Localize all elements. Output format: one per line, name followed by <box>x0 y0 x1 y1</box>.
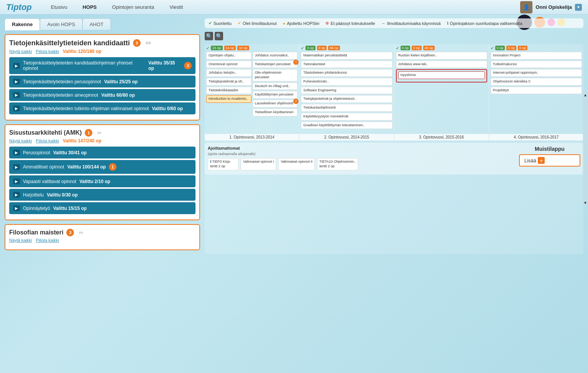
course-tietoj-ohjelmisto[interactable]: Tietojärjestelmät ja ohjelmistotuot.. <box>301 95 392 103</box>
unscheduled-tieta10[interactable]: TIETA10 Ohjelmoinnin..tentti 2 op <box>317 158 358 170</box>
degree-title-text-1: Tietojenkäsittelytieteiden kandidaatti <box>9 39 130 47</box>
legend-failed: ⊗ Et päässyt toteutukselle <box>325 21 375 26</box>
course-tieteellinen[interactable]: Tieteellinen kirjoittaminen <box>253 109 298 116</box>
course-internet-pohj[interactable]: Internet-pohjaiset oppimisym.. <box>491 69 582 77</box>
module-badge-1-0: 3 <box>184 62 192 69</box>
y1-credits-orange2: 32 op <box>237 46 249 50</box>
course-johdatus-vuoro[interactable]: Johdatus vuorovaikut.. <box>253 52 298 59</box>
course-kaytettavyys[interactable]: Käytettävyystyön menetelmät <box>301 113 392 120</box>
course-ohj-tekniikka[interactable]: Ohjelmoinnin tekniikka C <box>491 78 582 86</box>
module-row-1-3: ▶ Tietojenkäsittelytieteiden tutkinto-oh… <box>9 102 195 114</box>
course-johdatus-www[interactable]: Johdatus www-tek.. <box>396 61 487 68</box>
y1-check-icon: ✔ <box>206 46 209 50</box>
expand-arrow-2-4[interactable]: ▶ <box>13 205 20 211</box>
scroll-up-icon[interactable]: ▲ <box>583 93 587 97</box>
expand-arrow-2-2[interactable]: ▶ <box>13 178 20 184</box>
course-opintojen-ohjatu[interactable]: Opintojen ohjatu.. <box>206 52 251 59</box>
course-isyysloma[interactable]: Isyysloma <box>398 71 485 79</box>
legend-completed: ✔ Suoritettu <box>209 21 232 26</box>
degree-card-amk: Sisustusarkkitehti (AMK) 1 ⇔ Näytä kaikk… <box>5 124 200 220</box>
course-badge-lk: 2 <box>293 99 299 104</box>
module-name-1-3: Tietojenkäsittelytieteiden tutkinto-ohje… <box>23 106 149 111</box>
memo-title: Muistilappu <box>519 146 580 152</box>
expand-arrow-1-3[interactable]: ▶ <box>13 106 20 111</box>
memo-add-button[interactable]: Lisää + <box>519 154 580 167</box>
module-row-2-0: ▶ Perusopinnot Valittu 30/41 op <box>9 147 195 158</box>
hide-all-2[interactable]: Piilota kaikki <box>36 139 59 143</box>
user-dropdown-button[interactable]: ▼ <box>575 4 582 11</box>
show-all-2[interactable]: Näytä kaikki <box>9 139 32 143</box>
main-content: Rakenne Avoin HOPS AHOT Tietojenkäsittel… <box>0 15 588 258</box>
nav-items: Etusivu HOPS Opintojen seuranta Viestit <box>43 1 521 13</box>
expand-arrow-2-3[interactable]: ▶ <box>13 192 20 198</box>
course-olio[interactable]: Olio-ohjelmoinnin perusteet <box>253 69 298 81</box>
course-kayttol[interactable]: Käyttöliittymien perusteet <box>253 91 298 99</box>
course-innovation[interactable]: Innovation Project <box>491 52 582 59</box>
show-all-1[interactable]: Näytä kaikki <box>9 49 32 54</box>
course-tietojarjestelmat[interactable]: Tietojärjestelmät ja oh.. <box>206 78 251 86</box>
legend-hops-text: Ajoitettu HOPSiin <box>287 21 319 26</box>
course-ruotsi[interactable]: Ruotsin kielen kirjallinen.. <box>396 52 487 59</box>
course-deutsch[interactable]: Deutsch im Alltag und.. <box>253 83 298 90</box>
module-name-2-4: Opinnäytetyö <box>23 206 50 211</box>
user-name: Onni Opiskelija <box>535 4 572 10</box>
module-row-2-1: ▶ Ammatilliset opinnot Valittu 100/144 o… <box>9 160 195 174</box>
course-lausekielinen[interactable]: Lausekielinen ohjelmointi 2 <box>253 100 298 107</box>
add-icon: + <box>538 157 545 164</box>
timeline-year-4: 4. Opintovuosi, 2016-2017 <box>489 134 583 140</box>
hide-all-1[interactable]: Piilota kaikki <box>36 49 59 54</box>
nav-etusivu[interactable]: Etusivu <box>43 1 75 13</box>
expand-arrow-2-1[interactable]: ▶ <box>13 164 20 170</box>
nav-viestit[interactable]: Viestit <box>162 1 191 13</box>
zoom-controls: 🔍 🔍 <box>205 30 583 42</box>
year-column-2: ✔ 0 op 0 op 66 op Matematiikan peruskäsi… <box>299 44 394 132</box>
course-matik[interactable]: Matematiikan peruskäsitteitä <box>301 52 392 59</box>
course-johdatus-tietojon[interactable]: Johdatus tietojön.. <box>206 69 251 77</box>
year-column-3: ✔ 0 op 0 op 40 op Ruotsin kielen kirjall… <box>394 44 489 132</box>
resize-icon-3: ⇔ <box>79 229 83 236</box>
unscheduled-valin1[interactable]: Valinnaiset opinnot I <box>241 158 276 170</box>
nav-seuranta[interactable]: Opintojen seuranta <box>104 1 162 13</box>
y1-col2: Johdatus vuorovaikut.. Tietokantojen per… <box>253 52 298 117</box>
study-map: ✔ 15 op 14 op 32 op Opintojen ohjatu.. O… <box>205 44 583 132</box>
year-header-3: ✔ 0 op 0 op 40 op <box>396 46 487 50</box>
right-scrollbar[interactable]: ▲ ▼ <box>583 91 588 206</box>
module-credits-1-2: Valittu 60/60 op <box>101 92 135 98</box>
legend-open-icon: → <box>381 21 386 26</box>
course-graafinen[interactable]: Graafisen käyttöliittymän toteuttaminen.… <box>301 122 392 129</box>
y4-check-icon: ✔ <box>491 46 494 50</box>
course-tilasto[interactable]: Tilastotieteen johdantokurssi <box>301 69 392 77</box>
year-column-1: ✔ 15 op 14 op 32 op Opintojen ohjatu.. O… <box>205 44 299 132</box>
expand-arrow-1-0[interactable]: ▶ <box>13 63 20 69</box>
course-introduction[interactable]: Introduction to Academic.. <box>206 95 251 103</box>
course-sw-eng[interactable]: Software Engineering <box>301 87 392 94</box>
course-tietokanta-ohj[interactable]: Tietokantaohjelmointi <box>301 104 392 112</box>
hide-all-3[interactable]: Piilota kaikki <box>36 238 59 243</box>
show-all-3[interactable]: Näytä kaikki <box>9 238 32 243</box>
course-tietorak[interactable]: Tietorakenteet <box>301 61 392 68</box>
expand-arrow-2-0[interactable]: ▶ <box>13 150 20 155</box>
course-projektityo[interactable]: Projektityö <box>491 87 582 94</box>
unscheduled-valin2[interactable]: Valinnaiset opinnot II <box>278 158 315 170</box>
tab-ahot[interactable]: AHOT <box>82 18 111 30</box>
zoom-out-button[interactable]: 🔍 <box>205 32 213 40</box>
y4-credits-orange1: 0 op <box>506 46 516 50</box>
timeline-year-3: 3. Opintovuosi, 2015-2016 <box>394 134 489 140</box>
degree-actions-3: Näytä kaikki Piilota kaikki <box>9 238 195 243</box>
unscheduled-tiep3[interactable]: ℹ TIEP3 Kirja-tentti 2 op <box>208 158 238 170</box>
course-tietokantojen[interactable]: Tietokantojen perusteet 1 <box>253 61 298 68</box>
module-row-1-0: ▶ Tietojenkäsittelytieteiden kandidaatti… <box>9 57 195 74</box>
scroll-down-icon[interactable]: ▼ <box>583 201 587 205</box>
app-logo: Tiptop <box>6 2 32 12</box>
expand-arrow-1-2[interactable]: ▶ <box>13 92 20 98</box>
course-orientoivat[interactable]: Orientoivat opinnot <box>206 61 251 68</box>
y1-columns: Opintojen ohjatu.. Orientoivat opinnot J… <box>206 52 297 117</box>
course-tietotekniikka[interactable]: Tietotekniikkataidot <box>206 87 251 94</box>
course-puheviest[interactable]: Puheviestinnän.. <box>301 78 392 86</box>
tab-rakenne[interactable]: Rakenne <box>5 18 40 30</box>
zoom-in-button[interactable]: 🔍 <box>215 32 223 40</box>
course-tutkielma[interactable]: Tutkielmakurssi <box>491 61 582 68</box>
expand-arrow-1-1[interactable]: ▶ <box>13 79 20 84</box>
nav-hops[interactable]: HOPS <box>75 1 104 13</box>
tab-avoin-hops[interactable]: Avoin HOPS <box>40 18 82 30</box>
